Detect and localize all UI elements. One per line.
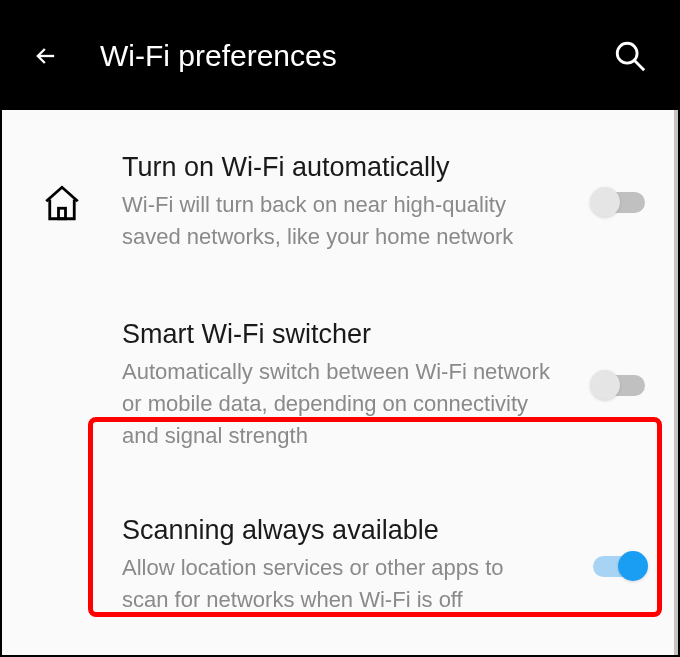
setting-text: Smart Wi-Fi switcher Automatically switc… xyxy=(122,319,564,452)
setting-scanning-always[interactable]: Scanning always available Allow location… xyxy=(2,487,674,646)
setting-text: Turn on Wi-Fi automatically Wi-Fi will t… xyxy=(122,152,564,253)
icon-placeholder xyxy=(2,319,122,349)
toggle-smart-switcher[interactable] xyxy=(590,370,648,400)
setting-title: Scanning always available xyxy=(122,515,554,546)
setting-title: Smart Wi-Fi switcher xyxy=(122,319,554,350)
settings-list: Turn on Wi-Fi automatically Wi-Fi will t… xyxy=(2,110,678,655)
icon-placeholder xyxy=(2,515,122,545)
setting-desc: Allow location services or other apps to… xyxy=(122,552,554,616)
home-icon xyxy=(41,182,83,224)
setting-smart-wifi-switcher[interactable]: Smart Wi-Fi switcher Automatically switc… xyxy=(2,283,674,488)
toggle-wifi-auto[interactable] xyxy=(590,187,648,217)
home-icon-container xyxy=(2,152,122,224)
page-title: Wi-Fi preferences xyxy=(100,39,612,73)
svg-line-1 xyxy=(634,60,644,70)
back-icon[interactable] xyxy=(32,42,60,70)
toggle-scanning-always[interactable] xyxy=(590,551,648,581)
search-icon[interactable] xyxy=(612,38,648,74)
svg-rect-2 xyxy=(59,208,66,219)
app-header: Wi-Fi preferences xyxy=(2,2,678,110)
setting-desc: Automatically switch between Wi-Fi netwo… xyxy=(122,356,554,452)
setting-turn-on-wifi-auto[interactable]: Turn on Wi-Fi automatically Wi-Fi will t… xyxy=(2,110,674,283)
svg-point-0 xyxy=(617,43,637,63)
setting-desc: Wi-Fi will turn back on near high-qualit… xyxy=(122,189,554,253)
setting-text: Scanning always available Allow location… xyxy=(122,515,564,616)
setting-title: Turn on Wi-Fi automatically xyxy=(122,152,554,183)
